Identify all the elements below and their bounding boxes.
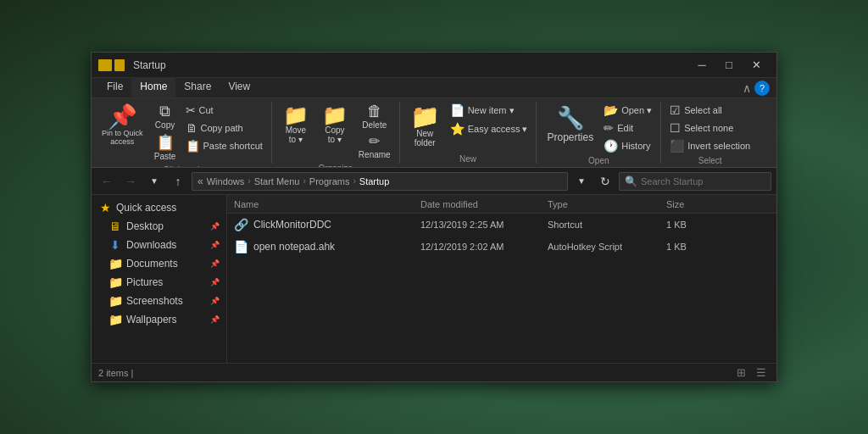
edit-label: Edit (617, 123, 633, 133)
easy-access-button[interactable]: ⭐ Easy access ▾ (447, 120, 531, 137)
copy-to-button[interactable]: 📁 Copyto ▾ (316, 102, 353, 147)
recent-locations-button[interactable]: ▼ (144, 172, 164, 191)
paste-shortcut-button[interactable]: 📋 Paste shortcut (182, 137, 266, 154)
sidebar-item-pictures[interactable]: 📁 Pictures 📌 (92, 273, 226, 292)
path-part-windows-text: Windows (207, 176, 245, 186)
file-type-0: Shortcut (548, 220, 666, 230)
invert-icon: ⬛ (670, 139, 684, 153)
col-header-type[interactable]: Type (548, 199, 666, 209)
cut-label: Cut (199, 105, 214, 115)
copy-to-label: Copyto ▾ (325, 125, 344, 144)
pin-label: Pin to Quickaccess (102, 129, 143, 146)
file-list-header: Name Date modified Type Size (227, 195, 776, 214)
easy-access-icon: ⭐ (450, 122, 465, 136)
sidebar-screenshots-label: Screenshots (126, 295, 183, 307)
open-button[interactable]: 📂 Open ▾ (600, 102, 655, 119)
properties-icon: 🔧 (557, 105, 584, 131)
copy-path-button[interactable]: 🗎 Copy path (182, 120, 266, 136)
history-button[interactable]: 🕐 History (600, 137, 655, 154)
details-view-button[interactable]: ☰ (753, 365, 770, 381)
move-icon: 📁 (283, 105, 309, 125)
tab-share[interactable]: Share (175, 77, 220, 97)
ribbon-tabs: File Home Share View ∧ ? (92, 78, 776, 98)
copy-to-icon: 📁 (322, 105, 348, 125)
properties-button[interactable]: 🔧 Properties (542, 102, 598, 147)
tab-view[interactable]: View (220, 77, 259, 97)
close-button[interactable]: ✕ (743, 53, 770, 77)
large-icons-view-button[interactable]: ⊞ (732, 365, 749, 381)
pin-icon-screenshots: 📌 (210, 297, 220, 305)
pin-icon: 📌 (108, 105, 137, 129)
clipboard-group-content: 📌 Pin to Quickaccess ⧉ Copy 📋 Paste ✂ (97, 102, 266, 164)
screenshots-folder-icon: 📁 (108, 294, 122, 308)
tab-file[interactable]: File (98, 77, 131, 97)
search-icon: 🔍 (625, 175, 637, 187)
refresh-button[interactable]: ↻ (595, 172, 615, 191)
properties-label: Properties (547, 131, 593, 143)
delete-button[interactable]: 🗑 Delete (355, 102, 394, 132)
clipboard-group: 📌 Pin to Quickaccess ⧉ Copy 📋 Paste ✂ (92, 102, 272, 164)
address-path[interactable]: « Windows › Start Menu › Programs › Star… (192, 172, 568, 191)
desktop-folder-icon: 🖥 (108, 220, 122, 233)
wallpapers-folder-icon: 📁 (108, 313, 122, 326)
select-group: ☑ Select all ☐ Select none ⬛ Invert sele… (661, 102, 759, 164)
invert-selection-button[interactable]: ⬛ Invert selection (666, 137, 754, 154)
cut-button[interactable]: ✂ Cut (182, 102, 266, 119)
file-row-0[interactable]: 🔗 ClickMonitorDDC 12/13/2019 2:25 AM Sho… (227, 214, 776, 236)
sidebar-item-wallpapers[interactable]: 📁 Wallpapers 📌 (92, 310, 226, 329)
file-row-1[interactable]: 📄 open notepad.ahk 12/12/2019 2:02 AM Au… (227, 236, 776, 258)
paste-button[interactable]: 📋 Paste (150, 133, 181, 164)
move-to-button[interactable]: 📁 Moveto ▾ (277, 102, 314, 147)
copy-icon: ⧉ (159, 103, 170, 119)
edit-button[interactable]: ✏ Edit (600, 120, 655, 136)
new-item-icon: 📄 (450, 103, 465, 117)
rename-icon: ✏ (369, 135, 380, 148)
address-dropdown-button[interactable]: ▼ (571, 172, 592, 191)
pin-to-quick-access-button[interactable]: 📌 Pin to Quickaccess (97, 102, 148, 149)
status-text: 2 items | (98, 368, 133, 378)
paste-icon: 📋 (156, 135, 175, 150)
sidebar-item-desktop[interactable]: 🖥 Desktop 📌 (92, 217, 226, 236)
main-content: ★ Quick access 🖥 Desktop 📌 ⬇ Downloads 📌… (92, 195, 776, 363)
edit-icon: ✏ (604, 121, 614, 135)
sidebar-item-quick-access[interactable]: ★ Quick access (92, 198, 226, 217)
pin-icon-desktop: 📌 (210, 222, 220, 231)
new-item-button[interactable]: 📄 New item ▾ (447, 102, 531, 119)
new-folder-button[interactable]: 📁 Newfolder (405, 102, 445, 151)
rename-button[interactable]: ✏ Rename (355, 133, 394, 162)
col-header-size[interactable]: Size (666, 199, 734, 209)
sidebar-item-screenshots[interactable]: 📁 Screenshots 📌 (92, 292, 226, 310)
tab-home[interactable]: Home (131, 77, 175, 97)
status-right: ⊞ ☰ (732, 365, 770, 381)
minimize-button[interactable]: ─ (688, 53, 715, 77)
maximize-button[interactable]: □ (715, 53, 743, 77)
sidebar-wallpapers-label: Wallpapers (126, 314, 177, 326)
col-header-name[interactable]: Name (234, 199, 420, 209)
open-icon: 📂 (604, 103, 618, 117)
open-label: Open (542, 156, 655, 165)
window-title: Startup (130, 59, 688, 71)
status-items: 2 items (98, 368, 128, 378)
select-all-button[interactable]: ☑ Select all (666, 102, 754, 119)
documents-folder-icon: 📁 (108, 257, 122, 270)
pin-icon-wallpapers: 📌 (210, 315, 220, 324)
expand-ribbon-icon[interactable]: ∧ (743, 81, 751, 95)
col-header-date[interactable]: Date modified (420, 199, 548, 209)
pictures-folder-icon: 📁 (108, 275, 122, 289)
status-bar: 2 items | ⊞ ☰ (92, 363, 776, 381)
open-group-content: 🔧 Properties 📂 Open ▾ ✏ Edit 🕐 History (542, 102, 655, 154)
new-folder-icon: 📁 (410, 105, 440, 129)
forward-button[interactable]: → (120, 172, 141, 191)
back-button[interactable]: ← (97, 172, 117, 191)
ribbon-tab-help: ∧ ? (743, 81, 770, 97)
select-all-icon: ☑ (670, 103, 681, 117)
sidebar-quick-access-label: Quick access (116, 202, 176, 214)
delete-label: Delete (362, 120, 387, 131)
search-input[interactable] (641, 176, 765, 186)
up-button[interactable]: ↑ (168, 172, 188, 191)
select-none-button[interactable]: ☐ Select none (666, 120, 754, 136)
sidebar-item-downloads[interactable]: ⬇ Downloads 📌 (92, 236, 226, 254)
help-button[interactable]: ? (754, 81, 770, 96)
sidebar-item-documents[interactable]: 📁 Documents 📌 (92, 254, 226, 273)
copy-button[interactable]: ⧉ Copy (150, 102, 181, 132)
